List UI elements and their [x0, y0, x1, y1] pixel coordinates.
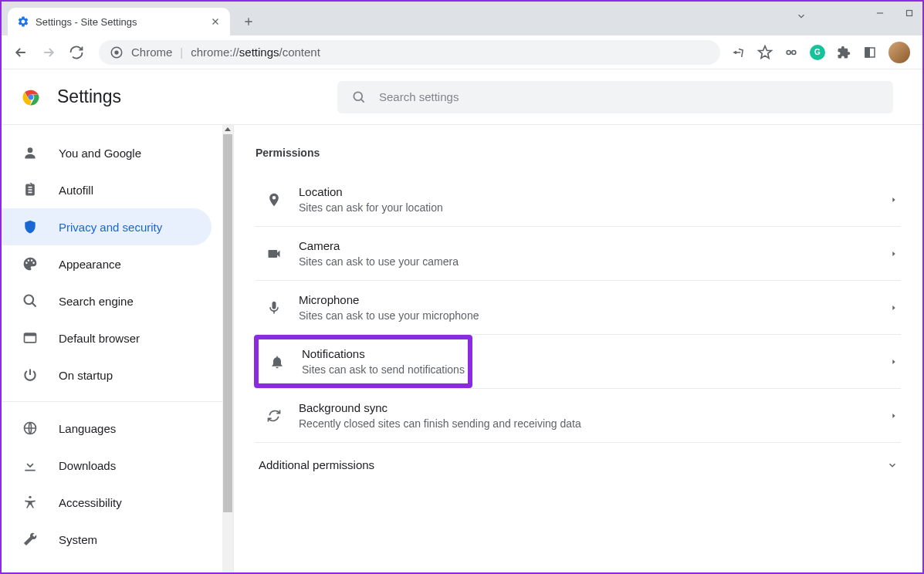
chevron-down-icon [887, 460, 898, 471]
svg-point-10 [25, 295, 34, 305]
tab-search-icon[interactable] [796, 11, 807, 22]
permission-microphone[interactable]: MicrophoneSites can ask to use your micr… [256, 281, 901, 335]
settings-content: Permissions LocationSites can ask for yo… [233, 125, 922, 572]
sidebar-item-search-engine[interactable]: Search engine [2, 282, 212, 319]
power-icon [22, 366, 39, 383]
profile-avatar[interactable] [888, 42, 910, 63]
browser-icon [22, 329, 39, 346]
shield-icon [22, 218, 39, 235]
svg-rect-12 [25, 333, 36, 336]
extensions-icon[interactable] [836, 45, 851, 60]
sidebar-item-downloads[interactable]: Downloads [2, 447, 212, 484]
back-button[interactable] [9, 41, 32, 64]
svg-point-9 [28, 147, 33, 153]
sidebar-scrollbar[interactable] [222, 125, 233, 572]
bell-icon [262, 354, 293, 370]
reload-button[interactable] [65, 41, 88, 64]
permission-background-sync[interactable]: Background syncRecently closed sites can… [256, 389, 901, 443]
url-prefix: Chrome [131, 46, 172, 59]
svg-rect-6 [865, 48, 869, 57]
clipboard-icon [22, 181, 39, 198]
browser-toolbar: Chrome | chrome://settings/content G [2, 35, 922, 69]
download-icon [22, 457, 39, 474]
page-title: Settings [57, 86, 121, 107]
chevron-right-icon [890, 196, 898, 204]
search-input[interactable] [379, 90, 879, 103]
svg-point-8 [354, 92, 362, 100]
svg-point-3 [787, 50, 790, 54]
chevron-right-icon [890, 412, 898, 420]
sidebar-divider [2, 401, 222, 402]
settings-sidebar: You and Google Autofill Privacy and secu… [2, 125, 222, 572]
svg-point-2 [114, 50, 118, 54]
wrench-icon [22, 531, 39, 548]
sidebar-item-appearance[interactable]: Appearance [2, 245, 212, 282]
sidebar-item-privacy-security[interactable]: Privacy and security [2, 208, 212, 245]
sync-icon [259, 408, 289, 424]
notifications-highlight: NotificationsSites can ask to send notif… [254, 335, 472, 388]
sidebar-item-autofill[interactable]: Autofill [2, 171, 212, 208]
settings-header: Settings [2, 69, 922, 125]
search-icon [22, 292, 39, 309]
palette-icon [22, 255, 39, 272]
new-tab-button[interactable] [238, 11, 259, 32]
address-bar[interactable]: Chrome | chrome://settings/content [99, 40, 720, 65]
panel-icon[interactable] [862, 45, 878, 60]
accessibility-icon [22, 494, 39, 511]
globe-icon [22, 420, 39, 437]
sidebar-item-languages[interactable]: Languages [2, 410, 212, 447]
svg-point-14 [29, 496, 31, 498]
camera-icon [259, 246, 289, 262]
svg-point-4 [792, 50, 796, 54]
sidebar-item-default-browser[interactable]: Default browser [2, 319, 212, 356]
sidebar-item-on-startup[interactable]: On startup [2, 356, 212, 393]
chevron-right-icon [890, 250, 898, 258]
permission-location[interactable]: LocationSites can ask for your location [256, 173, 901, 227]
sidebar-item-accessibility[interactable]: Accessibility [2, 484, 212, 521]
permission-notifications[interactable]: NotificationsSites can ask to send notif… [259, 339, 468, 383]
chevron-right-icon [890, 358, 898, 366]
sidebar-item-you-and-google[interactable]: You and Google [2, 134, 212, 171]
browser-tab[interactable]: Settings - Site Settings [8, 8, 230, 35]
mic-icon [259, 300, 289, 316]
additional-permissions[interactable]: Additional permissions [256, 443, 901, 487]
chrome-icon [110, 46, 124, 59]
section-title: Permissions [256, 147, 901, 159]
chevron-right-icon [890, 304, 898, 312]
location-icon [259, 192, 289, 208]
bookmark-icon[interactable] [757, 45, 773, 60]
sidebar-item-system[interactable]: System [2, 521, 212, 558]
url-text: chrome://settings/content [191, 46, 320, 59]
browser-titlebar: Settings - Site Settings [2, 2, 922, 35]
forward-button[interactable] [37, 41, 60, 64]
share-icon[interactable] [731, 45, 746, 60]
search-icon [351, 89, 367, 105]
gear-icon [17, 15, 29, 28]
window-controls [875, 8, 915, 19]
person-icon [22, 144, 39, 161]
tab-title: Settings - Site Settings [36, 16, 210, 28]
chrome-logo-icon [20, 86, 42, 108]
permission-camera[interactable]: CameraSites can ask to use your camera [256, 227, 901, 281]
grammarly-icon[interactable]: G [810, 45, 825, 60]
close-icon[interactable] [210, 16, 221, 27]
minimize-icon[interactable] [875, 8, 885, 19]
link-icon[interactable] [784, 45, 799, 60]
search-settings[interactable] [337, 81, 893, 113]
maximize-icon[interactable] [904, 8, 915, 19]
svg-rect-0 [907, 11, 912, 16]
